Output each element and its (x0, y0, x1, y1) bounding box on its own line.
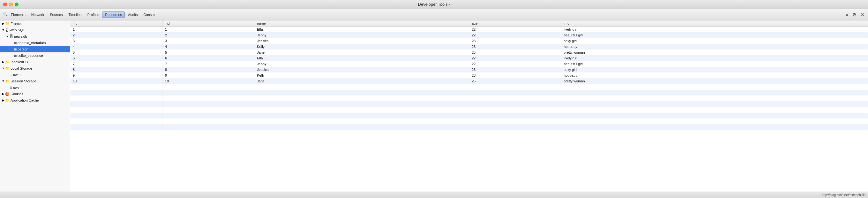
frames-arrow: ▶ (1, 22, 5, 25)
table-row[interactable]: 44Kelly23hot baby (70, 44, 868, 50)
sidebar-item-indexeddb[interactable]: ▶ 📁 IndexedDB (0, 59, 70, 65)
cell-row2-col0: 3 (70, 38, 162, 44)
session-storage-icon: 📁 (5, 79, 9, 83)
table-row[interactable]: 1010Jane25pretty woman (70, 78, 868, 84)
tab-profiles[interactable]: Profiles (85, 12, 102, 18)
table-row-empty (70, 95, 868, 101)
close-devtools-icon[interactable]: ✕ (859, 11, 866, 18)
cell-row1-col2: Jenny (254, 32, 469, 38)
cell-row2-col4: sexy girl (561, 38, 868, 44)
cell-row0-col0: 1 (70, 27, 162, 32)
sidebar-item-session-storage[interactable]: ▼ 📁 Session Storage (0, 78, 70, 84)
minimize-button[interactable] (9, 3, 13, 6)
cell-row1-col1: 2 (162, 32, 254, 38)
websql-icon: 🗄 (5, 28, 9, 32)
tab-timeline[interactable]: Timeline (66, 12, 84, 18)
cell-row8-col2: Kelly (254, 73, 469, 78)
cell-row4-col1: 5 (162, 50, 254, 55)
table-row[interactable]: 77Jenny22beautiful girl (70, 61, 868, 67)
cell-row9-col3: 25 (469, 78, 561, 84)
status-url: http://blog.csdn.net/oxtenchillib (822, 193, 865, 197)
sidebar-item-sqlite-sequence[interactable]: ⊞ sqlite_sequence (0, 52, 70, 59)
cell-row7-col1: 8 (162, 67, 254, 73)
col-header-info: info (561, 21, 868, 27)
cell-row2-col1: 3 (162, 38, 254, 44)
status-bar: http://blog.csdn.net/oxtenchillib (0, 192, 868, 198)
owen-local-label: owen (13, 73, 21, 77)
table-row[interactable]: 11Ella22lively girl (70, 27, 868, 32)
cell-row0-col4: lively girl (561, 27, 868, 32)
title-bar: Developer Tools - (0, 0, 868, 9)
sidebar-item-app-cache[interactable]: ▶ 📁 Application Cache (0, 97, 70, 104)
cell-row9-col1: 10 (162, 78, 254, 84)
sidebar-item-cookies[interactable]: ▶ 🍪 Cookies (0, 91, 70, 97)
sidebar-item-android-metadata[interactable]: ⊞ android_metadata (0, 39, 70, 46)
cell-row6-col3: 22 (469, 61, 561, 67)
cell-row2-col2: Jessica (254, 38, 469, 44)
cell-row1-col0: 2 (70, 32, 162, 38)
tab-sources[interactable]: Sources (47, 12, 65, 18)
tab-audits[interactable]: Audits (125, 12, 141, 18)
person-label: person (18, 47, 28, 51)
maximize-button[interactable] (15, 3, 19, 6)
sidebar-item-owen-session[interactable]: ⊞ owen (0, 84, 70, 91)
table-row[interactable]: 55Jane25pretty woman (70, 50, 868, 55)
sidebar-item-local-storage[interactable]: ▼ 📁 Local Storage (0, 65, 70, 72)
tab-resources[interactable]: Resources (102, 11, 125, 18)
tab-console[interactable]: Console (141, 12, 159, 18)
local-storage-icon: 📁 (5, 66, 9, 70)
owen-local-icon: ⊞ (9, 73, 12, 77)
cell-row4-col0: 5 (70, 50, 162, 55)
cell-row0-col2: Ella (254, 27, 469, 32)
tab-elements[interactable]: Elements (8, 12, 28, 18)
sidebar-item-frames[interactable]: ▶ 📁 Frames (0, 21, 70, 27)
col-header-id1: _id (70, 21, 162, 27)
table-row[interactable]: 33Jessica23sexy girl (70, 38, 868, 44)
cell-row3-col1: 4 (162, 44, 254, 50)
window-title: Developer Tools - (418, 2, 450, 7)
session-storage-arrow: ▼ (1, 80, 5, 83)
table-row[interactable]: 22Jenny22beautiful girl (70, 32, 868, 38)
sidebar-item-websql[interactable]: ▼ 🗄 Web SQL (0, 27, 70, 33)
search-icon[interactable]: 🔍 (3, 12, 8, 17)
cell-row0-col3: 22 (469, 27, 561, 32)
sqlite-seq-label: sqlite_sequence (18, 54, 43, 57)
cell-row8-col3: 23 (469, 73, 561, 78)
drawer-icon[interactable]: ⇥ (842, 11, 849, 18)
cell-row3-col4: hot baby (561, 44, 868, 50)
sidebar-item-newsdb[interactable]: ▼ 🗄 news.db (0, 33, 70, 39)
data-table: _id _id name age info 11Ella22lively gir… (70, 21, 868, 130)
sidebar-item-owen-local[interactable]: ⊞ owen (0, 72, 70, 78)
tab-network[interactable]: Network (29, 12, 46, 18)
sidebar-item-person[interactable]: ⊞ person (0, 46, 70, 52)
content-area: _id _id name age info 11Ella22lively gir… (70, 21, 868, 192)
person-icon: ⊞ (14, 48, 17, 51)
table-row[interactable]: 88Jessica23sexy girl (70, 67, 868, 73)
cookies-icon: 🍪 (5, 92, 9, 96)
col-header-id2: _id (162, 21, 254, 27)
app-cache-label: Application Cache (10, 98, 39, 102)
table-row[interactable]: 99Kelly23hot baby (70, 73, 868, 78)
local-storage-arrow: ▼ (1, 67, 5, 70)
settings-icon[interactable]: ⚙ (851, 11, 858, 18)
cell-row3-col0: 4 (70, 44, 162, 50)
cell-row2-col3: 23 (469, 38, 561, 44)
cell-row3-col2: Kelly (254, 44, 469, 50)
cell-row6-col2: Jenny (254, 61, 469, 67)
cell-row7-col3: 23 (469, 67, 561, 73)
table-row-empty (70, 113, 868, 118)
cell-row0-col1: 1 (162, 27, 254, 32)
android-meta-label: android_metadata (18, 41, 46, 45)
main-layout: ▶ 📁 Frames ▼ 🗄 Web SQL ▼ 🗄 news.db ⊞ and… (0, 21, 868, 192)
websql-arrow: ▼ (1, 28, 5, 32)
newsdb-label: news.db (14, 34, 27, 38)
cell-row5-col0: 6 (70, 55, 162, 61)
owen-session-label: owen (13, 86, 21, 89)
websql-label: Web SQL (9, 28, 25, 32)
close-button[interactable] (3, 3, 7, 6)
table-row[interactable]: 66Ella22lively girl (70, 55, 868, 61)
cell-row7-col0: 8 (70, 67, 162, 73)
table-row-empty (70, 90, 868, 95)
table-row-empty (70, 124, 868, 130)
indexeddb-label: IndexedDB (10, 60, 28, 64)
